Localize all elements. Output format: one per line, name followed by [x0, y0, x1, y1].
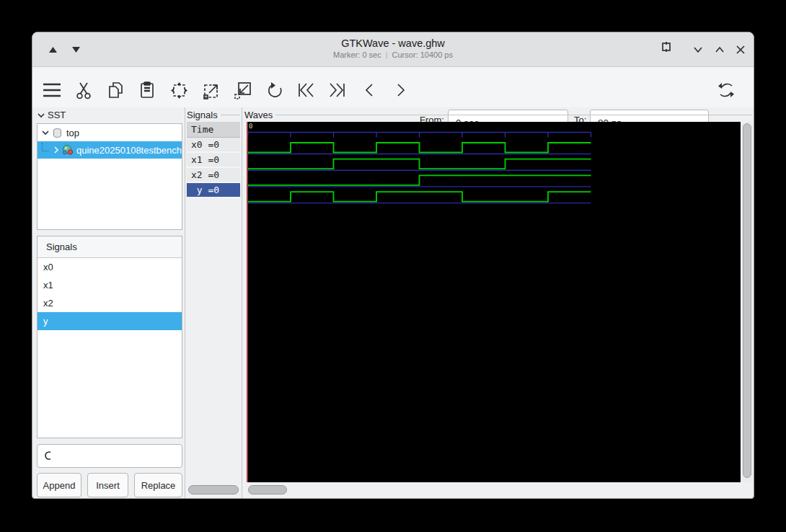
pane-splitter-left[interactable] — [185, 107, 185, 498]
scrollbar-thumb[interactable] — [188, 485, 239, 495]
zoom-out-arrow-icon — [200, 79, 221, 101]
module-spheres-icon — [62, 144, 74, 156]
copy-icon — [105, 79, 126, 101]
chevron-up-icon — [714, 45, 725, 54]
wave-hscrollbar[interactable] — [247, 482, 753, 497]
tree-item-label: top — [66, 128, 79, 138]
signals-values-list: Time x0 =0 x1 =0 x2 =0 y =0 — [187, 122, 240, 198]
wave-canvas[interactable]: 0 — [247, 122, 741, 482]
tree-guide — [42, 143, 48, 151]
reload-icon — [715, 79, 737, 101]
signals-frame-label: Signals — [187, 110, 240, 120]
tree-item-testbench[interactable]: quine20250108testbench — [37, 141, 182, 159]
jump-end-icon — [327, 79, 348, 101]
shade-down-button[interactable] — [69, 43, 83, 57]
shade-up-button[interactable] — [45, 43, 60, 57]
expander-closed-icon[interactable] — [51, 146, 61, 154]
tree-item-label: quine20250108testbench — [76, 145, 182, 156]
zoom-fit-button[interactable] — [167, 78, 191, 102]
fit-window-button[interactable] — [659, 40, 674, 54]
cut-icon — [73, 79, 94, 101]
sst-frame-label: SST — [37, 110, 80, 120]
zoom-in-button[interactable] — [230, 78, 255, 102]
signal-value-row-x2[interactable]: x2 =0 — [187, 168, 240, 183]
signal-search-header: Signals — [37, 236, 182, 258]
undo-button[interactable] — [262, 78, 286, 102]
menu-button[interactable] — [40, 78, 64, 102]
step-right-button[interactable] — [389, 78, 413, 102]
chevron-down-icon — [692, 45, 704, 54]
jump-start-icon — [295, 79, 317, 101]
sst-expander-icon[interactable] — [37, 112, 45, 119]
scrollbar-thumb[interactable] — [248, 485, 287, 495]
list-item-y[interactable]: y — [37, 312, 182, 330]
signal-value-row-y[interactable]: y =0 — [187, 183, 240, 198]
signals-hscrollbar[interactable] — [188, 485, 239, 495]
insert-button[interactable]: Insert — [87, 473, 128, 497]
expander-open-icon[interactable] — [40, 129, 50, 136]
sst-tree: top quine20250108testbench — [37, 123, 182, 230]
toolbar: From: To: — [32, 67, 754, 107]
cursor-status: Cursor: 10400 ps — [392, 50, 453, 59]
list-item-x2[interactable]: x2 — [37, 294, 182, 312]
signal-value-row-x1[interactable]: x1 =0 — [187, 153, 240, 168]
status-separator: | — [381, 50, 392, 59]
window-title: GTKWave - wave.ghw — [32, 32, 754, 49]
tree-item-top[interactable]: top — [37, 124, 182, 141]
signal-search-box[interactable] — [37, 444, 182, 468]
step-left-icon — [358, 79, 380, 101]
gtkwave-window: GTKWave - wave.ghw Marker: 0 sec|Cursor:… — [32, 32, 754, 499]
scrollbar-thumb[interactable] — [743, 123, 751, 478]
list-item-x0[interactable]: x0 — [37, 258, 182, 276]
fit-box-icon — [660, 40, 673, 53]
marker-status: Marker: 0 sec — [333, 50, 381, 59]
minimize-button[interactable] — [691, 43, 705, 57]
close-button[interactable] — [733, 43, 748, 57]
down-triangle-icon — [72, 47, 80, 53]
list-item-x1[interactable]: x1 — [37, 276, 182, 294]
wave-vscrollbar[interactable] — [742, 122, 753, 482]
up-triangle-icon — [49, 47, 57, 53]
titlebar[interactable]: GTKWave - wave.ghw Marker: 0 sec|Cursor:… — [32, 32, 754, 67]
pane-splitter-right[interactable] — [242, 107, 242, 498]
time-header[interactable]: Time — [187, 122, 240, 138]
reload-button[interactable] — [714, 78, 738, 102]
menu-icon — [41, 79, 63, 101]
undo-icon — [263, 79, 285, 101]
close-icon — [736, 45, 746, 55]
paste-icon — [136, 79, 158, 101]
database-cylinder-icon — [52, 128, 63, 138]
titlebar-status: Marker: 0 sec|Cursor: 10400 ps — [32, 49, 754, 59]
wave-svg — [247, 122, 741, 482]
copy-button[interactable] — [103, 78, 128, 102]
magnifier-icon — [43, 450, 50, 463]
search-input[interactable] — [55, 451, 182, 461]
append-button[interactable]: Append — [37, 473, 81, 497]
jump-start-button[interactable] — [293, 78, 318, 102]
zoom-in-arrow-icon — [231, 79, 253, 101]
zoom-out-button[interactable] — [198, 78, 223, 102]
signal-search-frame: Signals x0 x1 x2 y — [37, 236, 182, 438]
cut-button[interactable] — [71, 78, 96, 102]
jump-end-button[interactable] — [325, 78, 350, 102]
waves-frame-label: Waves — [244, 110, 752, 120]
signal-value-row-x0[interactable]: x0 =0 — [187, 138, 240, 153]
step-right-icon — [390, 79, 412, 101]
replace-button[interactable]: Replace — [134, 473, 182, 497]
step-left-button[interactable] — [357, 78, 381, 102]
maximize-button[interactable] — [712, 43, 727, 57]
timescale-origin-label: 0 — [249, 123, 252, 130]
zoom-fit-icon — [168, 79, 190, 101]
paste-button[interactable] — [135, 78, 159, 102]
